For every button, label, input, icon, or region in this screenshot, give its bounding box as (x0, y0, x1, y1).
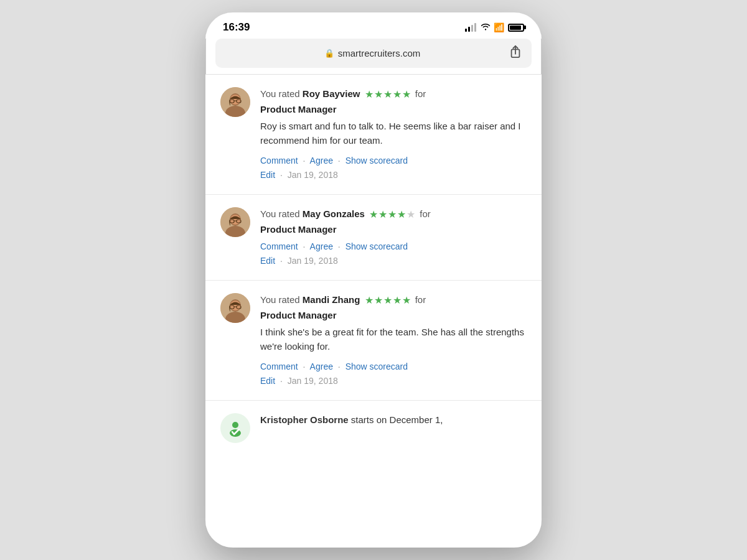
share-button[interactable] (508, 44, 523, 63)
for-text: for (415, 294, 426, 305)
show-scorecard-link[interactable]: Show scorecard (345, 362, 408, 371)
activity-item: Kristopher Osborne starts on December 1, (205, 401, 542, 455)
show-scorecard-link[interactable]: Show scorecard (345, 241, 408, 251)
star-1: ★ (365, 88, 374, 101)
url-bar[interactable]: 🔒 smartrecruiters.com (215, 39, 532, 68)
you-rated-label: You rated (260, 208, 300, 219)
star-4: ★ (397, 208, 406, 222)
star-5: ★ (406, 208, 415, 222)
star-3: ★ (388, 208, 397, 222)
review-body: You rated Roy Bayview ★ ★ ★ ★ ★ for Prod… (260, 87, 527, 182)
review-body: You rated May Gonzales ★ ★ ★ ★ ★ for Pro… (260, 207, 527, 268)
review-item: You rated Roy Bayview ★ ★ ★ ★ ★ for Prod… (205, 75, 542, 195)
you-rated-label: You rated (260, 88, 300, 99)
comment-link[interactable]: Comment (260, 241, 298, 251)
review-comment: Roy is smart and fun to talk to. He seem… (260, 119, 527, 147)
star-1: ★ (365, 294, 374, 307)
review-header: You rated Mandi Zhang ★ ★ ★ ★ ★ for (260, 293, 527, 307)
activity-name: Kristopher Osborne (260, 414, 349, 425)
for-text: for (420, 208, 431, 219)
show-scorecard-link[interactable]: Show scorecard (345, 156, 408, 166)
lock-icon: 🔒 (324, 49, 334, 58)
agree-link[interactable]: Agree (310, 156, 333, 166)
activity-description: starts on December 1, (351, 414, 443, 425)
you-rated-label: You rated (260, 294, 300, 305)
edit-link[interactable]: Edit (260, 376, 275, 386)
comment-link[interactable]: Comment (260, 362, 298, 371)
review-actions: Comment · Agree · Show scorecard Edit · … (260, 240, 527, 268)
review-header: You rated May Gonzales ★ ★ ★ ★ ★ for (260, 207, 527, 222)
agree-link[interactable]: Agree (310, 362, 333, 371)
review-date: Jan 19, 2018 (288, 170, 338, 180)
job-title: Product Manager (260, 104, 527, 114)
star-3: ★ (383, 294, 392, 307)
review-date: Jan 19, 2018 (288, 376, 338, 386)
wifi-icon: 📶 (480, 22, 504, 32)
review-item: You rated May Gonzales ★ ★ ★ ★ ★ for Pro… (205, 195, 542, 281)
battery-icon (508, 24, 524, 32)
review-comment: I think she's be a great fit for the tea… (260, 325, 527, 353)
star-2: ★ (374, 294, 383, 307)
time: 16:39 (223, 21, 250, 34)
job-title: Product Manager (260, 224, 527, 235)
edit-link[interactable]: Edit (260, 170, 275, 180)
comment-link[interactable]: Comment (260, 156, 298, 166)
star-4: ★ (393, 88, 402, 101)
svg-point-22 (232, 422, 238, 428)
star-2: ★ (374, 88, 383, 101)
status-icons: 📶 (465, 22, 524, 32)
star-5: ★ (402, 88, 411, 101)
candidate-name: Mandi Zhang (303, 294, 360, 305)
review-header: You rated Roy Bayview ★ ★ ★ ★ ★ for (260, 87, 527, 101)
review-date: Jan 19, 2018 (288, 256, 338, 266)
job-title: Product Manager (260, 310, 527, 320)
review-item: You rated Mandi Zhang ★ ★ ★ ★ ★ for Prod… (205, 281, 542, 401)
stars: ★ ★ ★ ★ ★ (365, 88, 411, 101)
star-4: ★ (393, 294, 402, 307)
phone-frame: 16:39 📶 🔒 smartrecruiters. (205, 12, 542, 548)
agree-link[interactable]: Agree (310, 241, 333, 251)
avatar (220, 207, 250, 237)
star-3: ★ (383, 88, 392, 101)
review-body: You rated Mandi Zhang ★ ★ ★ ★ ★ for Prod… (260, 293, 527, 388)
avatar (220, 87, 250, 117)
edit-link[interactable]: Edit (260, 256, 275, 266)
avatar (220, 293, 250, 323)
stars: ★ ★ ★ ★ ★ (369, 208, 415, 222)
activity-icon (220, 413, 250, 443)
url-bar-center: 🔒 smartrecruiters.com (324, 48, 421, 58)
stars: ★ ★ ★ ★ ★ (365, 294, 411, 307)
candidate-name: Roy Bayview (303, 88, 360, 99)
candidate-name: May Gonzales (303, 208, 365, 219)
star-5: ★ (402, 294, 411, 307)
for-text: for (415, 88, 426, 99)
review-actions: Comment · Agree · Show scorecard Edit · … (260, 154, 527, 182)
activity-text: Kristopher Osborne starts on December 1, (260, 413, 443, 426)
signal-icon (465, 23, 476, 32)
star-2: ★ (378, 208, 387, 222)
status-bar: 16:39 📶 (205, 12, 542, 39)
star-1: ★ (369, 208, 378, 222)
content-area: You rated Roy Bayview ★ ★ ★ ★ ★ for Prod… (205, 74, 542, 548)
review-actions: Comment · Agree · Show scorecard Edit · … (260, 360, 527, 388)
url-text: smartrecruiters.com (338, 48, 421, 58)
